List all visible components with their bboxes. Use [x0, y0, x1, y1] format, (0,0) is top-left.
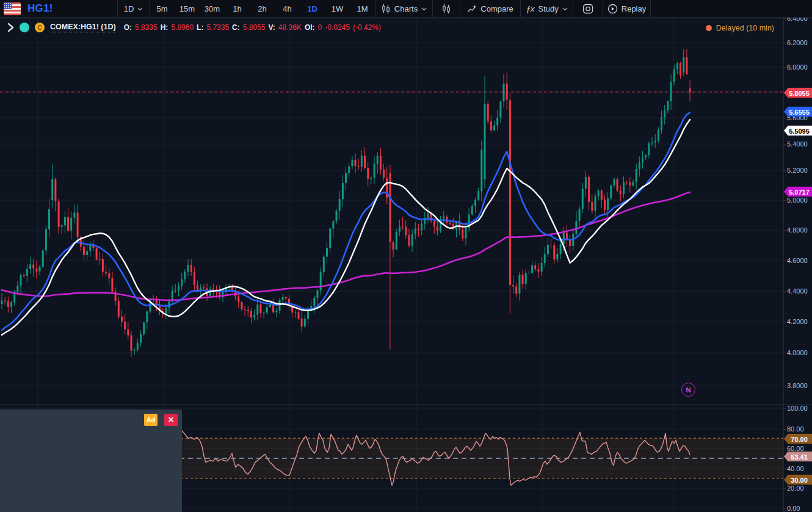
interval-dropdown[interactable]: 1D [118, 0, 150, 18]
timeframe-4h[interactable]: 4h [275, 0, 300, 18]
axis-tick-label: 5.2000 [787, 167, 808, 174]
candlestick-chart-icon [441, 4, 451, 14]
timeframe-1h[interactable]: 1h [225, 0, 250, 18]
oi-value: 0 [318, 23, 322, 32]
volume-value: 48.36K [278, 23, 302, 32]
timeframe-30m[interactable]: 30m [200, 0, 225, 18]
axis-tick-label: 4.0000 [787, 349, 808, 356]
timeframe-1M[interactable]: 1M [350, 0, 375, 18]
timeframe-buttons: 5m15m30m1h2h4h1D1W1M [150, 0, 375, 17]
oi-label: OI: [305, 23, 315, 32]
study-dropdown[interactable]: ƒx Study [521, 0, 573, 18]
close-icon: ✕ [168, 416, 174, 424]
pane-separator[interactable] [0, 404, 812, 405]
chart-type-button[interactable] [433, 0, 460, 18]
ad-panel: Ad ✕ [0, 409, 182, 512]
volume-label: V: [268, 23, 275, 32]
axis-tick-label: 5.4000 [787, 140, 808, 148]
axis-tick-label: 20.00 [787, 485, 804, 492]
axis-tickmark [783, 353, 786, 353]
change-pct-value: (-0.42%) [353, 23, 381, 32]
timeframe-15m[interactable]: 15m [175, 0, 200, 18]
axis-tickmark [783, 469, 786, 469]
delayed-dot-icon [706, 25, 712, 31]
compare-label: Compare [480, 4, 513, 13]
axis-tickmark [783, 386, 786, 386]
chevron-down-icon [562, 7, 568, 11]
chart-legend: C COMEX:HG1! (1D) O:5.8335 H:5.8960 L:5.… [7, 21, 381, 34]
top-toolbar: HG1! 1D 5m15m30m1h2h4h1D1W1M Charts C [0, 0, 812, 18]
tradingview-chart-window: HG1! 1D 5m15m30m1h2h4h1D1W1M Charts C [0, 0, 812, 512]
charts-label: Charts [394, 4, 418, 13]
ma-blue-tag: 5.6555 [784, 107, 812, 117]
axis-tickmark [783, 67, 786, 68]
ma-magenta-tag: 5.0717 [784, 187, 812, 197]
ad-close-button[interactable]: ✕ [164, 414, 178, 426]
symbol-brand: HG1! [0, 0, 118, 17]
news-badge[interactable]: N [681, 383, 695, 397]
legend-ohlc: O:5.8335 H:5.8960 L:5.7335 C:5.8055 V:48… [124, 23, 381, 32]
legend-expand-button[interactable] [7, 23, 14, 32]
axis-tick-label: 5.0000 [787, 197, 808, 204]
axis-tickmark [783, 230, 786, 231]
axis-tickmark [783, 322, 786, 322]
axis-tick-label: 4.6000 [787, 257, 808, 264]
rsi-lower-tag: 30.00 [784, 475, 812, 485]
axis-tick-label: 60.00 [787, 445, 804, 452]
chevron-right-icon [7, 23, 14, 32]
chevron-down-icon [421, 7, 427, 11]
timeframe-1D[interactable]: 1D [300, 0, 325, 18]
series-status-dot[interactable] [20, 23, 29, 32]
ma-white-tag: 5.5095 [784, 126, 812, 136]
symbol-title[interactable]: HG1! [27, 2, 53, 15]
change-value: -0.0245 [325, 23, 350, 32]
axis-tickmark [783, 18, 786, 19]
axis-tickmark [783, 144, 786, 145]
axis-tick-label: 40.00 [787, 465, 804, 472]
candlestick-chart-icon [381, 4, 391, 14]
interval-label: 1D [124, 4, 134, 13]
us-flag-icon [4, 2, 21, 15]
axis-tick-label: 3.8000 [787, 382, 808, 389]
replay-button[interactable]: Replay [603, 0, 651, 18]
axis-tick-label: 0.00 [787, 505, 800, 512]
axis-tickmark [783, 429, 786, 430]
rsi-upper-tag: 70.00 [784, 434, 812, 444]
axis-tickmark [783, 449, 786, 449]
delayed-text: Delayed (10 min) [716, 24, 774, 32]
chevron-down-icon [137, 7, 143, 11]
legend-symbol[interactable]: COMEX:HG1! (1D) [50, 23, 116, 32]
charts-dropdown[interactable]: Charts [375, 0, 433, 18]
price-axis-border [783, 18, 784, 512]
axis-tickmark [783, 43, 786, 43]
axis-tickmark [783, 261, 786, 261]
axis-tick-label: 100.00 [787, 405, 808, 412]
high-label: H: [161, 23, 169, 32]
axis-tick-label: 80.00 [787, 425, 804, 433]
open-value: 5.8335 [135, 23, 158, 32]
timeframe-2h[interactable]: 2h [250, 0, 275, 18]
screenshot-button[interactable] [573, 0, 603, 18]
ad-info-button[interactable]: Ad [144, 414, 158, 426]
contract-coin-icon[interactable]: C [35, 23, 45, 32]
low-value: 5.7335 [206, 23, 229, 32]
axis-tickmark [783, 170, 786, 171]
axis-tickmark [783, 118, 786, 118]
axis-tick-label: 4.2000 [787, 318, 808, 325]
high-value: 5.8960 [171, 23, 194, 32]
axis-tickmark [783, 291, 786, 292]
compare-button[interactable]: Compare [460, 0, 521, 18]
timeframe-5m[interactable]: 5m [150, 0, 175, 18]
rsi-value-tag: 53.41 [784, 452, 812, 462]
axis-tickmark [783, 508, 786, 509]
delayed-badge[interactable]: Delayed (10 min) [706, 24, 774, 32]
axis-tickmark [783, 488, 786, 489]
close-label: C: [232, 23, 240, 32]
camera-icon [582, 4, 593, 14]
study-label: Study [538, 4, 559, 13]
axis-tick-label: 4.4000 [787, 287, 808, 295]
replay-icon [607, 4, 618, 14]
compare-icon [467, 5, 477, 13]
axis-tick-label: 6.0000 [787, 63, 808, 71]
timeframe-1W[interactable]: 1W [325, 0, 350, 18]
